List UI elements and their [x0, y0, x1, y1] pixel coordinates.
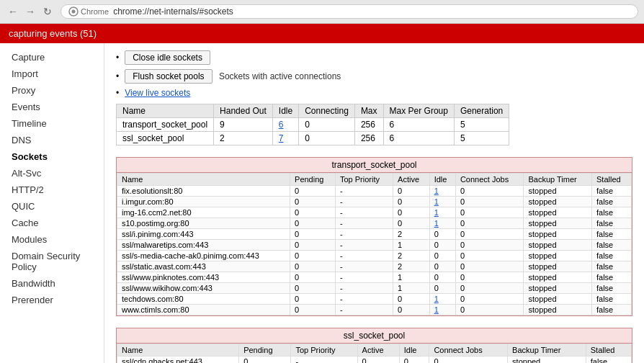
tp-cell-backup-timer: stopped	[524, 229, 592, 240]
sidebar-item-dns[interactable]: DNS	[0, 132, 104, 148]
tp-cell-backup-timer: stopped	[524, 218, 592, 229]
tp-idle-link[interactable]: 1	[434, 197, 439, 206]
sp-cell-top-priority: -	[291, 357, 357, 364]
tp-cell-name: i.imgur.com:80	[117, 197, 290, 207]
sidebar-item-http2[interactable]: HTTP/2	[0, 182, 104, 198]
flush-socket-pools-button[interactable]: Flush socket pools	[125, 69, 212, 84]
tp-cell-top-priority: -	[335, 305, 393, 315]
bullet-3: •	[116, 88, 119, 98]
transport-pool-row: ssl/www.wikihow.com:443 0 - 1 0 0 stoppe…	[117, 283, 632, 294]
sp-header-backup-timer: Backup Timer	[508, 344, 586, 357]
sidebar-item-alt-svc[interactable]: Alt-Svc	[0, 165, 104, 182]
tp-cell-idle: 0	[429, 283, 455, 294]
content-area: • Close idle sockets • Flush socket pool…	[104, 43, 644, 363]
tp-cell-connect-jobs: 0	[455, 283, 524, 294]
tp-cell-active: 0	[393, 197, 430, 207]
tp-cell-name: www.ctimls.com:80	[117, 305, 290, 315]
tp-cell-pending: 0	[290, 261, 336, 272]
tp-cell-name: img-16.ccm2.net:80	[117, 207, 290, 218]
tp-cell-idle: 0	[429, 261, 455, 272]
sidebar-item-cache[interactable]: Cache	[0, 215, 104, 231]
sp-header-connect-jobs: Connect Jobs	[429, 344, 508, 357]
transport-pool-row: fix.esolutionslt:80 0 - 0 1 0 stopped fa…	[117, 186, 632, 197]
tp-cell-idle: 1	[429, 218, 455, 229]
tp-cell-connect-jobs: 0	[455, 186, 524, 197]
address-bar[interactable]: Chrome chrome://net-internals/#sockets	[61, 4, 638, 19]
tp-cell-stalled: false	[592, 197, 632, 207]
tp-cell-top-priority: -	[335, 283, 393, 294]
sidebar-item-bandwidth[interactable]: Bandwidth	[0, 275, 104, 292]
flush-sockets-row: • Flush socket pools Sockets with active…	[116, 69, 632, 84]
transport-pool-title: transport_socket_pool	[117, 158, 632, 173]
close-idle-sockets-button[interactable]: Close idle sockets	[125, 50, 210, 65]
sidebar-item-proxy[interactable]: Proxy	[0, 82, 104, 99]
transport-pool-row: ssl/static.avast.com:443 0 - 2 0 0 stopp…	[117, 261, 632, 272]
sp-cell-pending: 0	[239, 357, 291, 364]
idle-link[interactable]: 7	[279, 133, 284, 143]
sidebar-item-capture[interactable]: Capture	[0, 49, 104, 66]
tp-cell-stalled: false	[592, 218, 632, 229]
tp-idle-link[interactable]: 1	[434, 219, 439, 228]
transport-pool-row: ssl/malwaretips.com:443 0 - 1 0 0 stoppe…	[117, 240, 632, 251]
tp-cell-idle: 1	[429, 197, 455, 207]
transport-pool-row: s10.postimg.org:80 0 - 0 1 0 stopped fal…	[117, 218, 632, 229]
tp-cell-idle: 0	[429, 229, 455, 240]
tp-cell-connect-jobs: 0	[455, 207, 524, 218]
tp-header-stalled: Stalled	[592, 174, 632, 186]
sidebar-item-events[interactable]: Events	[0, 99, 104, 115]
tp-cell-backup-timer: stopped	[524, 283, 592, 294]
sp-cell-name: ssl/cdn.ghacks.net:443	[117, 357, 239, 364]
sidebar-item-domain-security[interactable]: Domain Security Policy	[0, 248, 104, 275]
summary-header-connecting: Connecting	[299, 104, 355, 118]
tp-idle-link[interactable]: 1	[434, 208, 439, 217]
tp-cell-name: techdows.com:80	[117, 294, 290, 305]
sockets-note: Sockets with active connections	[217, 71, 341, 81]
tp-idle-link[interactable]: 1	[434, 187, 439, 195]
tp-cell-stalled: false	[592, 294, 632, 305]
sp-header-pending: Pending	[239, 344, 291, 357]
tp-cell-active: 1	[393, 283, 430, 294]
sidebar-item-import[interactable]: Import	[0, 66, 104, 82]
summary-cell-generation: 5	[454, 118, 509, 132]
tp-cell-connect-jobs: 0	[455, 229, 524, 240]
sidebar-item-timeline[interactable]: Timeline	[0, 115, 104, 132]
view-live-sockets-link[interactable]: View live sockets	[125, 88, 190, 98]
summary-header-idle: Idle	[272, 104, 298, 118]
tp-header-pending: Pending	[290, 174, 336, 186]
summary-cell-max-per-group: 6	[383, 132, 454, 145]
tp-cell-top-priority: -	[335, 207, 393, 218]
tp-cell-pending: 0	[290, 207, 336, 218]
tp-cell-active: 1	[393, 240, 430, 251]
tp-cell-pending: 0	[290, 229, 336, 240]
tp-idle-link[interactable]: 1	[434, 295, 439, 303]
tp-cell-backup-timer: stopped	[524, 186, 592, 197]
tp-cell-connect-jobs: 0	[455, 197, 524, 207]
nav-buttons: ← → ↻	[6, 4, 55, 19]
browser-frame: ← → ↻ Chrome chrome://net-internals/#soc…	[0, 0, 644, 363]
tp-cell-backup-timer: stopped	[524, 240, 592, 251]
back-button[interactable]: ←	[6, 4, 20, 19]
tp-cell-active: 0	[393, 218, 430, 229]
transport-pool-row: techdows.com:80 0 - 0 1 0 stopped false	[117, 294, 632, 305]
tp-cell-name: s10.postimg.org:80	[117, 218, 290, 229]
idle-link[interactable]: 6	[279, 120, 284, 130]
refresh-button[interactable]: ↻	[40, 4, 55, 19]
sidebar-item-modules[interactable]: Modules	[0, 231, 104, 248]
tp-cell-pending: 0	[290, 197, 336, 207]
tp-cell-connect-jobs: 0	[455, 261, 524, 272]
summary-header-max-per-group: Max Per Group	[383, 104, 454, 118]
sidebar-item-quic[interactable]: QUIC	[0, 198, 104, 215]
capturing-banner: capturing events (51)	[0, 24, 644, 43]
tp-cell-pending: 0	[290, 186, 336, 197]
forward-button[interactable]: →	[23, 4, 37, 19]
tp-idle-link[interactable]: 1	[434, 305, 439, 314]
tp-cell-connect-jobs: 0	[455, 294, 524, 305]
ssl-pool-table: Name Pending Top Priority Active Idle Co…	[117, 344, 632, 363]
tp-cell-pending: 0	[290, 305, 336, 315]
tp-cell-backup-timer: stopped	[524, 305, 592, 315]
tp-cell-active: 0	[393, 207, 430, 218]
sidebar-item-prerender[interactable]: Prerender	[0, 292, 104, 308]
sidebar: Capture Import Proxy Events Timeline DNS…	[0, 43, 104, 363]
sidebar-item-sockets[interactable]: Sockets	[0, 148, 104, 165]
summary-cell-connecting: 0	[299, 132, 355, 145]
